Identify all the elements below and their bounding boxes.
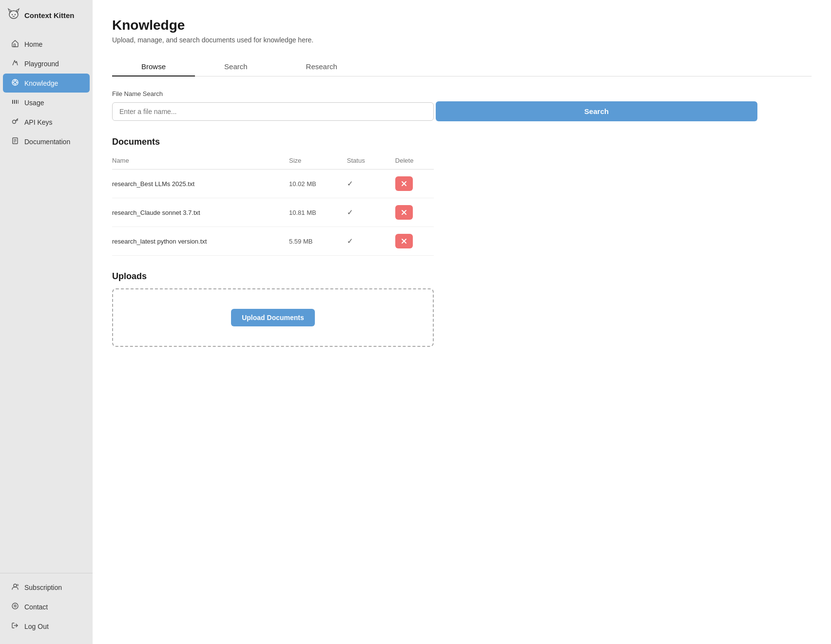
subscription-icon: [11, 583, 19, 592]
sidebar-item-label: Knowledge: [24, 79, 58, 87]
svg-rect-12: [12, 100, 13, 104]
upload-dropzone[interactable]: Upload Documents: [112, 288, 434, 347]
sidebar-nav: Home Playground Knowledge Usage: [0, 30, 93, 573]
sidebar-item-label: Log Out: [24, 623, 49, 630]
doc-name: research_latest python version.txt: [112, 227, 289, 256]
app-logo: Context Kitten: [0, 0, 93, 30]
sidebar-item-knowledge[interactable]: Knowledge: [3, 74, 90, 93]
uploads-section: Uploads Upload Documents: [112, 271, 812, 347]
doc-name: research_Claude sonnet 3.7.txt: [112, 198, 289, 227]
logo-icon: [7, 7, 20, 23]
tab-search[interactable]: Search: [195, 57, 277, 76]
sidebar-item-label: API Keys: [24, 118, 53, 126]
uploads-title: Uploads: [112, 271, 812, 282]
sidebar-item-label: Home: [24, 40, 42, 48]
logout-icon: [11, 622, 19, 631]
sidebar-item-label: Contact: [24, 603, 48, 611]
doc-name: research_Best LLMs 2025.txt: [112, 170, 289, 198]
col-header-size: Size: [289, 154, 347, 170]
doc-size: 5.59 MB: [289, 227, 347, 256]
checkmark-icon: ✓: [347, 179, 353, 188]
sidebar-item-usage[interactable]: Usage: [3, 93, 90, 112]
knowledge-icon: [11, 78, 19, 88]
svg-point-21: [14, 584, 17, 587]
doc-size: 10.81 MB: [289, 198, 347, 227]
col-header-delete: Delete: [395, 154, 434, 170]
doc-status: ✓: [347, 227, 395, 256]
delete-button[interactable]: [395, 205, 413, 220]
tab-browse[interactable]: Browse: [112, 57, 195, 76]
sidebar-item-label: Documentation: [24, 138, 70, 146]
table-row: research_Claude sonnet 3.7.txt10.81 MB✓: [112, 198, 434, 227]
tab-research[interactable]: Research: [277, 57, 367, 76]
sidebar-item-playground[interactable]: Playground: [3, 54, 90, 73]
sidebar-item-home[interactable]: Home: [3, 35, 90, 54]
contact-icon: [11, 602, 19, 611]
upload-documents-button[interactable]: Upload Documents: [231, 309, 315, 326]
app-name: Context Kitten: [24, 11, 75, 19]
sidebar-item-api-keys[interactable]: API Keys: [3, 113, 90, 132]
doc-delete-cell: [395, 170, 434, 198]
sidebar-bottom: Subscription Contact Log Out: [0, 573, 93, 644]
col-header-name: Name: [112, 154, 289, 170]
usage-icon: [11, 98, 19, 107]
svg-rect-15: [18, 100, 19, 104]
search-section: File Name Search Search: [112, 90, 812, 137]
sidebar-item-label: Usage: [24, 99, 44, 107]
checkmark-icon: ✓: [347, 208, 353, 216]
page-subtitle: Upload, manage, and search documents use…: [112, 36, 812, 44]
sidebar-item-subscription[interactable]: Subscription: [3, 578, 90, 597]
svg-point-16: [13, 120, 16, 124]
sidebar-item-logout[interactable]: Log Out: [3, 617, 90, 636]
documents-table: Name Size Status Delete research_Best LL…: [112, 154, 434, 256]
doc-size: 10.02 MB: [289, 170, 347, 198]
delete-button[interactable]: [395, 234, 413, 248]
api-keys-icon: [11, 117, 19, 127]
sidebar-item-documentation[interactable]: Documentation: [3, 132, 90, 151]
search-input[interactable]: [112, 102, 434, 121]
svg-point-0: [9, 11, 18, 19]
svg-point-3: [12, 14, 13, 15]
svg-rect-5: [14, 44, 16, 47]
svg-point-7: [14, 81, 17, 84]
doc-status: ✓: [347, 198, 395, 227]
table-row: research_Best LLMs 2025.txt10.02 MB✓: [112, 170, 434, 198]
search-label: File Name Search: [112, 90, 812, 97]
svg-point-4: [15, 14, 16, 15]
page-title: Knowledge: [112, 18, 812, 33]
svg-rect-13: [14, 100, 15, 104]
checkmark-icon: ✓: [347, 237, 353, 245]
svg-rect-14: [16, 100, 17, 104]
search-button[interactable]: Search: [436, 101, 757, 121]
delete-button[interactable]: [395, 176, 413, 191]
sidebar-item-label: Subscription: [24, 584, 62, 591]
main-content: Knowledge Upload, manage, and search doc…: [93, 0, 831, 644]
playground-icon: [11, 59, 19, 68]
documents-section: Documents Name Size Status Delete resear…: [112, 137, 812, 256]
sidebar: Context Kitten Home Playground Knowledge: [0, 0, 93, 644]
documentation-icon: [11, 137, 19, 146]
doc-delete-cell: [395, 198, 434, 227]
home-icon: [11, 39, 19, 49]
sidebar-item-contact[interactable]: Contact: [3, 597, 90, 616]
table-row: research_latest python version.txt5.59 M…: [112, 227, 434, 256]
svg-point-24: [14, 605, 16, 607]
documents-title: Documents: [112, 137, 812, 147]
col-header-status: Status: [347, 154, 395, 170]
doc-delete-cell: [395, 227, 434, 256]
tabs-bar: Browse Search Research: [112, 57, 812, 76]
doc-status: ✓: [347, 170, 395, 198]
svg-point-23: [12, 603, 18, 609]
sidebar-item-label: Playground: [24, 60, 59, 68]
